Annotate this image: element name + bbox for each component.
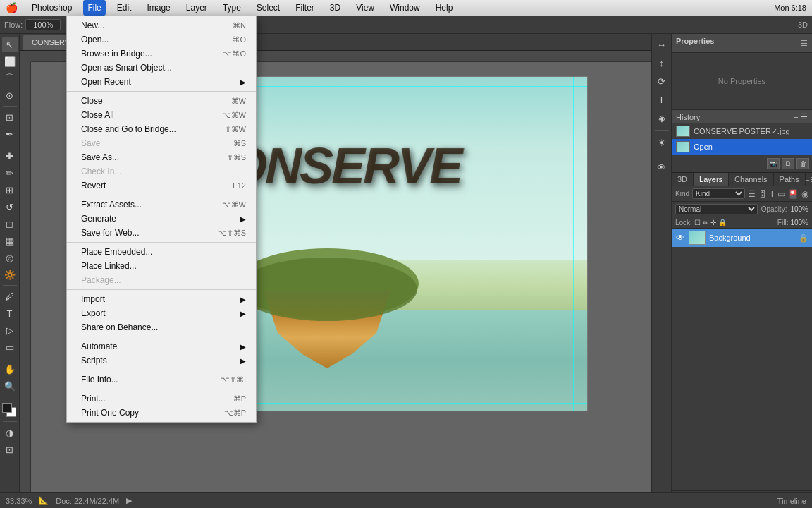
right-tool-4[interactable]: T bbox=[654, 92, 670, 107]
tool-zoom[interactable]: 🔍 bbox=[2, 378, 18, 394]
menu-save-as[interactable]: Save As... ⇧⌘S bbox=[67, 150, 256, 164]
tool-shape[interactable]: ▭ bbox=[2, 339, 18, 355]
menubar-item-edit[interactable]: Edit bbox=[113, 0, 136, 16]
blend-mode-select[interactable]: Normal bbox=[675, 204, 758, 214]
opacity-value[interactable]: 100% bbox=[790, 205, 808, 213]
menu-new[interactable]: New... ⌘N bbox=[67, 18, 256, 32]
history-snapshot-btn[interactable]: 📷 bbox=[767, 158, 780, 169]
menu-share-behance[interactable]: Share on Behance... bbox=[67, 320, 256, 334]
flow-value[interactable]: 100% bbox=[25, 19, 61, 30]
menu-close-all[interactable]: Close All ⌥⌘W bbox=[67, 108, 256, 122]
tab-paths[interactable]: Paths bbox=[774, 173, 806, 186]
menubar-item-photoshop[interactable]: Photoshop bbox=[27, 0, 76, 16]
tool-pen[interactable]: 🖊 bbox=[2, 289, 18, 304]
tool-stamp[interactable]: ⊞ bbox=[2, 182, 18, 198]
filter-kind-select[interactable]: Kind bbox=[692, 188, 745, 199]
tool-eraser[interactable]: ◻ bbox=[2, 216, 18, 231]
tool-type[interactable]: T bbox=[2, 306, 18, 321]
menu-open[interactable]: Open... ⌘O bbox=[67, 32, 256, 47]
tool-crop[interactable]: ⊡ bbox=[2, 109, 18, 125]
menubar-item-select[interactable]: Select bbox=[252, 0, 284, 16]
lock-transparent-icon[interactable]: ☐ bbox=[694, 219, 701, 226]
tool-blur[interactable]: ◎ bbox=[2, 250, 18, 265]
tab-layers[interactable]: Layers bbox=[694, 173, 729, 186]
menu-close-go-bridge[interactable]: Close and Go to Bridge... ⇧⌘W bbox=[67, 122, 256, 136]
tool-history-brush[interactable]: ↺ bbox=[2, 199, 18, 214]
menu-open-smart-object[interactable]: Open as Smart Object... bbox=[67, 61, 256, 75]
status-zoom-icon[interactable]: 📐 bbox=[39, 496, 49, 505]
menubar-item-view[interactable]: View bbox=[352, 0, 379, 16]
menubar-item-image[interactable]: Image bbox=[142, 0, 174, 16]
menubar-item-file[interactable]: File bbox=[83, 0, 105, 16]
menu-automate[interactable]: Automate ▶ bbox=[67, 339, 256, 353]
tool-healing[interactable]: ✚ bbox=[2, 148, 18, 164]
tool-brush[interactable]: ✏ bbox=[2, 165, 18, 181]
layer-lock-icon[interactable]: 🔒 bbox=[799, 234, 808, 243]
menu-print-one-copy[interactable]: Print One Copy ⌥⌘P bbox=[67, 406, 256, 420]
menubar-item-filter[interactable]: Filter bbox=[291, 0, 319, 16]
menu-package[interactable]: Package... bbox=[67, 273, 256, 287]
menu-save-for-web[interactable]: Save for Web... ⌥⇧⌘S bbox=[67, 226, 256, 240]
filter-icon-px[interactable]: ☰ bbox=[748, 189, 756, 199]
history-collapse[interactable]: – bbox=[794, 112, 798, 121]
right-tool-1[interactable]: ↔ bbox=[654, 37, 670, 52]
filter-icon-shape[interactable]: ▭ bbox=[777, 189, 785, 199]
filter-icon-adj[interactable]: 🎛 bbox=[758, 189, 767, 199]
lock-all-icon[interactable]: 🔒 bbox=[718, 219, 727, 226]
fill-value[interactable]: 100% bbox=[790, 219, 808, 226]
menu-save[interactable]: Save ⌘S bbox=[67, 136, 256, 150]
tab-channels[interactable]: Channels bbox=[729, 173, 773, 186]
tool-move[interactable]: ↖ bbox=[2, 37, 18, 52]
history-new-doc-btn[interactable]: 🗋 bbox=[782, 158, 794, 169]
properties-menu-btn[interactable]: ☰ bbox=[801, 39, 808, 48]
menu-print[interactable]: Print... ⌘P bbox=[67, 392, 256, 406]
menubar-item-window[interactable]: Window bbox=[386, 0, 424, 16]
menu-generate[interactable]: Generate ▶ bbox=[67, 212, 256, 226]
history-item-doc[interactable]: CONSERVE POSTER✓.jpg bbox=[672, 123, 812, 139]
tool-eyedropper[interactable]: ✒ bbox=[2, 126, 18, 142]
history-item-open[interactable]: Open bbox=[672, 139, 812, 155]
menu-close[interactable]: Close ⌘W bbox=[67, 94, 256, 108]
menubar-item-help[interactable]: Help bbox=[431, 0, 457, 16]
menu-export[interactable]: Export ▶ bbox=[67, 306, 256, 320]
layer-row-background[interactable]: 👁 Background 🔒 bbox=[672, 229, 812, 247]
tool-marquee[interactable]: ⬜ bbox=[2, 54, 18, 69]
right-tool-2[interactable]: ↕ bbox=[654, 55, 670, 71]
menu-open-recent[interactable]: Open Recent ▶ bbox=[67, 75, 256, 89]
right-tool-material[interactable]: ◈ bbox=[654, 110, 670, 126]
menu-import[interactable]: Import ▶ bbox=[67, 292, 256, 306]
history-menu[interactable]: ☰ bbox=[801, 112, 808, 121]
right-tool-3[interactable]: ⟳ bbox=[654, 73, 670, 89]
status-arrow-btn[interactable]: ▶ bbox=[126, 496, 132, 505]
menu-file-info[interactable]: File Info... ⌥⇧⌘I bbox=[67, 373, 256, 387]
tool-quick-mask[interactable]: ◑ bbox=[2, 425, 18, 440]
menu-place-embedded[interactable]: Place Embedded... bbox=[67, 245, 256, 259]
tool-quick-select[interactable]: ⊙ bbox=[2, 87, 18, 103]
history-delete-btn[interactable]: 🗑 bbox=[796, 158, 809, 169]
apple-menu-icon[interactable]: 🍎 bbox=[6, 2, 18, 13]
menu-check-in[interactable]: Check In... bbox=[67, 164, 256, 179]
layers-panel-collapse[interactable]: – bbox=[806, 176, 810, 183]
tool-screen-mode[interactable]: ⊡ bbox=[2, 442, 18, 457]
foreground-color[interactable] bbox=[2, 403, 12, 413]
lock-position-icon[interactable]: ✛ bbox=[710, 219, 716, 226]
menu-place-linked[interactable]: Place Linked... bbox=[67, 259, 256, 273]
menu-revert[interactable]: Revert F12 bbox=[67, 179, 256, 193]
tab-3d[interactable]: 3D bbox=[672, 173, 694, 186]
tool-hand[interactable]: ✋ bbox=[2, 361, 18, 377]
tool-color-picker[interactable] bbox=[2, 403, 18, 418]
filter-icon-type[interactable]: T bbox=[770, 189, 775, 199]
menubar-item-layer[interactable]: Layer bbox=[182, 0, 211, 16]
right-tool-light[interactable]: ☀ bbox=[654, 135, 670, 150]
tool-gradient[interactable]: ▦ bbox=[2, 233, 18, 248]
status-timeline[interactable]: Timeline bbox=[777, 497, 806, 505]
menu-browse-bridge[interactable]: Browse in Bridge... ⌥⌘O bbox=[67, 47, 256, 61]
right-tool-eye[interactable]: 👁 bbox=[654, 159, 670, 175]
tool-lasso[interactable]: ⌒ bbox=[2, 71, 18, 86]
tool-dodge[interactable]: 🔆 bbox=[2, 267, 18, 282]
layer-visibility-eye[interactable]: 👁 bbox=[675, 233, 685, 243]
menu-extract-assets[interactable]: Extract Assets... ⌥⌘W bbox=[67, 198, 256, 212]
lock-brush-icon[interactable]: ✏ bbox=[703, 219, 708, 226]
properties-collapse-btn[interactable]: – bbox=[794, 39, 798, 48]
menubar-item-3d[interactable]: 3D bbox=[326, 0, 345, 16]
